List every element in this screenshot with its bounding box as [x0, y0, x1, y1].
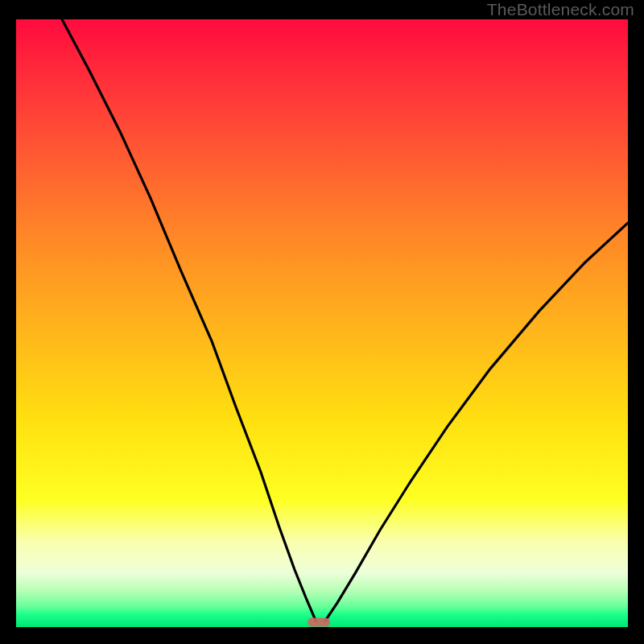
curve-right-branch [325, 223, 628, 621]
curve-left-branch [62, 19, 316, 621]
plot-area [16, 19, 628, 627]
bottleneck-marker [308, 617, 330, 626]
curve-layer [16, 19, 628, 627]
chart-frame: TheBottleneck.com [0, 0, 644, 644]
watermark-text: TheBottleneck.com [487, 0, 634, 19]
